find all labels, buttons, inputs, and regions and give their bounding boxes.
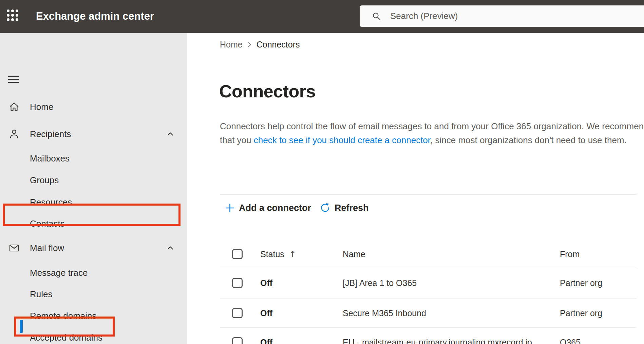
table-row[interactable]: Off Secure M365 Inbound Partner org — [187, 298, 644, 328]
table-row[interactable]: Off EU - mailstream-eu-primary.journalin… — [187, 327, 644, 344]
sidebar-item-message-trace[interactable]: Message trace — [0, 262, 187, 284]
breadcrumb: Home Connectors — [220, 40, 300, 50]
sidebar-item-label: Rules — [30, 289, 52, 300]
row-checkbox[interactable] — [232, 308, 243, 318]
sidebar-item-label: Message trace — [30, 268, 88, 278]
table-row[interactable]: Off [JB] Area 1 to O365 Partner org — [187, 268, 644, 298]
description-text-post: , since most organizations don't need to… — [430, 135, 627, 145]
sidebar-item-remote-domains[interactable]: Remote domains — [0, 305, 187, 327]
sidebar-item-mail-flow[interactable]: Mail flow — [0, 237, 187, 259]
breadcrumb-current: Connectors — [257, 40, 300, 50]
mail-icon — [8, 243, 20, 254]
create-connector-check-link[interactable]: check to see if you should create a conn… — [254, 135, 430, 145]
sidebar-item-label: Contacts — [30, 218, 65, 229]
sidebar-item-contacts[interactable]: Contacts — [0, 213, 187, 234]
row-status: Off — [260, 278, 272, 288]
row-checkbox[interactable] — [232, 278, 243, 288]
search-input[interactable]: Search (Preview) — [360, 5, 644, 27]
person-icon — [8, 129, 20, 140]
search-placeholder: Search (Preview) — [390, 11, 458, 21]
app-title: Exchange admin center — [36, 10, 154, 22]
sidebar-item-label: Resources — [30, 197, 72, 208]
row-status: Off — [260, 338, 272, 344]
selected-item-indicator — [20, 320, 23, 333]
sidebar-item-groups[interactable]: Groups — [0, 169, 187, 191]
sidebar-item-home[interactable]: Home — [0, 96, 187, 118]
exchange-admin-center-screen: Exchange admin center Search (Preview) H… — [0, 0, 644, 344]
sidebar-item-label: Recipients — [30, 129, 71, 139]
sidebar-item-label: Home — [30, 102, 53, 112]
row-from: Partner org — [560, 308, 602, 318]
home-icon — [8, 101, 20, 113]
sidebar-item-label: Mail flow — [30, 243, 64, 253]
row-name[interactable]: [JB] Area 1 to O365 — [343, 278, 417, 288]
page-title: Connectors — [219, 81, 316, 101]
row-status: Off — [260, 308, 272, 318]
refresh-label: Refresh — [335, 203, 369, 213]
refresh-button[interactable]: Refresh — [320, 203, 369, 213]
sidebar-item-label: Groups — [30, 175, 59, 186]
add-connector-button[interactable]: Add a connector — [225, 203, 311, 213]
sidebar-item-label: Accepted domains — [30, 332, 102, 343]
search-icon — [372, 12, 381, 21]
page-description: Connectors help control the flow of emai… — [220, 119, 644, 147]
row-name[interactable]: Secure M365 Inbound — [343, 308, 426, 318]
sidebar-item-accepted-domains[interactable]: Accepted domains — [0, 327, 187, 344]
sidebar-item-resources[interactable]: Resources — [0, 191, 187, 213]
column-header-status[interactable]: Status — [260, 249, 284, 259]
select-all-checkbox[interactable] — [232, 249, 243, 259]
top-app-bar: Exchange admin center Search (Preview) — [0, 0, 644, 33]
chevron-up-icon[interactable] — [166, 129, 175, 139]
column-header-name[interactable]: Name — [343, 249, 365, 259]
refresh-icon — [320, 203, 330, 213]
left-navigation: Home Recipients Mailboxes Groups Resourc… — [0, 33, 187, 344]
row-checkbox[interactable] — [232, 337, 243, 344]
app-launcher-icon[interactable] — [7, 9, 20, 22]
row-name[interactable]: EU - mailstream-eu-primary.journaling.mx… — [343, 338, 532, 344]
plus-icon — [225, 203, 235, 213]
sidebar-item-recipients[interactable]: Recipients — [0, 123, 187, 145]
sidebar-item-mailboxes[interactable]: Mailboxes — [0, 148, 187, 169]
sidebar-item-rules[interactable]: Rules — [0, 283, 187, 305]
add-connector-label: Add a connector — [239, 203, 311, 213]
table-header-row: Status ↑ Name From — [187, 241, 644, 268]
chevron-right-icon — [247, 41, 252, 48]
row-from: Partner org — [560, 278, 602, 288]
row-from: O365 — [560, 338, 581, 344]
toolbar-top-divider — [220, 194, 637, 195]
sort-ascending-icon[interactable]: ↑ — [289, 249, 296, 259]
chevron-up-icon[interactable] — [166, 243, 175, 253]
column-header-from[interactable]: From — [560, 249, 580, 259]
breadcrumb-home-link[interactable]: Home — [220, 40, 243, 50]
sidebar-item-label: Remote domains — [30, 311, 97, 321]
sidebar-item-label: Mailboxes — [30, 153, 70, 164]
hamburger-menu-icon[interactable] — [8, 76, 19, 83]
